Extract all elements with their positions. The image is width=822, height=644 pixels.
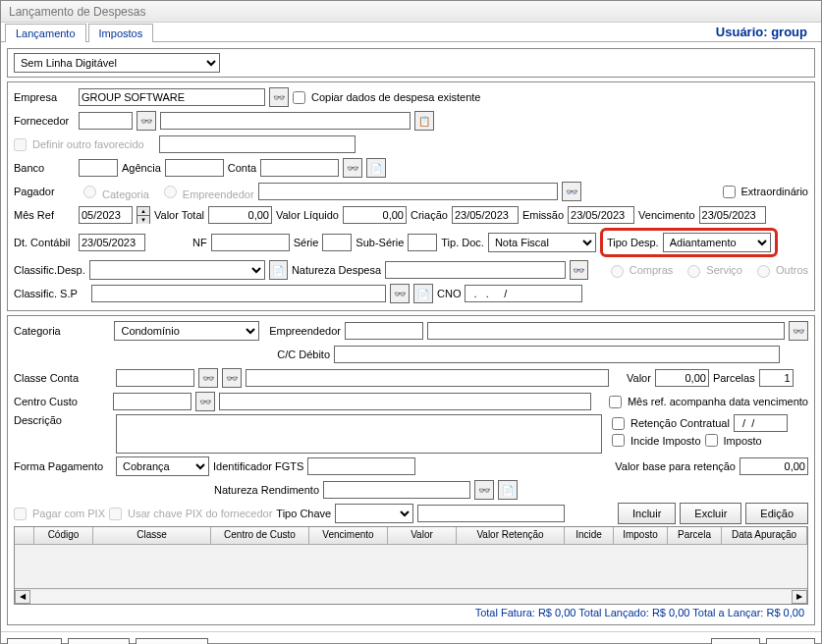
imposto-checkbox[interactable] (705, 434, 718, 447)
pagador-input[interactable] (258, 183, 558, 200)
extraordinario-label: Extraordinário (741, 186, 808, 197)
imposto-chk-label: Imposto (724, 435, 762, 447)
ident-fgts-input[interactable] (307, 457, 415, 475)
natureza-rend-doc-icon[interactable]: 📄 (498, 480, 518, 500)
mesref-venc-checkbox[interactable] (609, 396, 622, 408)
th-parcela[interactable]: Parcela (668, 527, 722, 544)
valor-base-ret-input[interactable] (740, 457, 808, 475)
incluir-button[interactable]: Incluir (618, 503, 676, 524)
empresa-search-icon[interactable]: 👓 (269, 87, 289, 107)
th-valor-retencao[interactable]: Valor Retenção (457, 527, 565, 544)
empreendedor-name-input[interactable] (427, 322, 785, 340)
gravar-button[interactable]: Gravar (68, 638, 131, 644)
tab-lancamento[interactable]: Lançamento (5, 24, 86, 42)
forma-pagto-select[interactable]: Cobrança (116, 456, 209, 476)
th-classe[interactable]: Classe (93, 527, 211, 544)
agencia-input[interactable] (165, 159, 224, 177)
banco-input[interactable] (79, 159, 118, 177)
sair-button[interactable]: Sair (766, 638, 815, 644)
th-valor[interactable]: Valor (388, 527, 457, 544)
th-centro-custo[interactable]: Centro de Custo (211, 527, 309, 544)
chave-pix-input[interactable] (417, 505, 565, 522)
classific-sp-doc-icon[interactable]: 📄 (413, 284, 433, 303)
criacao-input[interactable] (452, 206, 519, 224)
retencao-checkbox[interactable] (612, 417, 625, 430)
fornecedor-detail-icon[interactable]: 📋 (414, 111, 434, 131)
nf-input[interactable] (211, 234, 290, 251)
copiar-dados-checkbox[interactable] (293, 91, 305, 104)
classe-conta-search2-icon[interactable]: 👓 (222, 368, 242, 388)
parcelas-input[interactable] (759, 369, 794, 387)
subserie-input[interactable] (408, 234, 437, 251)
conta-search-icon[interactable]: 👓 (343, 158, 362, 178)
th-incide[interactable]: Incide (565, 527, 614, 544)
empresa-input[interactable] (79, 88, 265, 106)
th-imposto[interactable]: Imposto (614, 527, 668, 544)
incide-imposto-label: Incide Imposto (630, 435, 701, 447)
classific-desp-doc-icon[interactable]: 📄 (269, 260, 288, 280)
retencao-label: Retenção Contratual (630, 417, 730, 429)
excluir-button[interactable]: Excluir (680, 503, 741, 524)
retencao-date-input[interactable] (734, 414, 788, 432)
descricao-textarea[interactable] (116, 414, 602, 454)
natureza-rend-input[interactable] (323, 481, 470, 499)
serie-input[interactable] (322, 234, 352, 251)
details-table[interactable]: Código Classe Centro de Custo Vencimento… (14, 526, 808, 605)
fornecedor-code-input[interactable] (79, 112, 133, 130)
dtcontabil-input[interactable] (79, 234, 145, 251)
th-codigo[interactable]: Código (34, 527, 93, 544)
incide-imposto-checkbox[interactable] (612, 434, 625, 447)
conta-input[interactable] (260, 159, 339, 177)
table-hscroll[interactable]: ◀▶ (15, 588, 807, 604)
categoria-select[interactable]: Condomínio (114, 321, 259, 341)
classific-sp-search-icon[interactable]: 👓 (390, 284, 410, 303)
cc-debito-label: C/C Débito (271, 349, 330, 360)
classe-conta-search-icon[interactable]: 👓 (198, 368, 218, 388)
pagador-empreendedor-radio[interactable]: Empreendedor (159, 183, 254, 200)
th-vencimento[interactable]: Vencimento (309, 527, 388, 544)
vencimento-input[interactable] (699, 206, 766, 224)
novo-button[interactable]: Novo (7, 638, 62, 644)
emissao-input[interactable] (568, 206, 634, 224)
natureza-despesa-search-icon[interactable]: 👓 (570, 260, 588, 280)
edicao-button[interactable]: Edição (745, 503, 808, 524)
mesref-input[interactable] (79, 206, 133, 224)
empreendedor-search-icon[interactable]: 👓 (789, 321, 808, 341)
fornecedor-name-input[interactable] (160, 112, 411, 130)
centro-custo-code-input[interactable] (113, 393, 192, 410)
conta-doc-icon[interactable]: 📄 (366, 158, 386, 178)
centro-custo-name-input[interactable] (219, 393, 591, 410)
extraordinario-checkbox[interactable] (723, 186, 736, 198)
tipodesp-select[interactable]: Adiantamento (663, 233, 771, 252)
classific-sp-input[interactable] (91, 285, 386, 302)
criacao-label: Criação (411, 209, 448, 221)
cc-debito-input[interactable] (334, 346, 780, 363)
centro-custo-search-icon[interactable]: 👓 (195, 392, 215, 411)
natureza-rend-search-icon[interactable]: 👓 (474, 480, 494, 500)
classific-desp-select[interactable] (89, 260, 265, 280)
th-data-apuracao[interactable]: Data Apuração (722, 527, 807, 544)
valor-liquido-input[interactable] (343, 206, 407, 224)
cno-input[interactable] (465, 285, 582, 302)
cno-label: CNO (437, 288, 461, 299)
linha-digitavel-select[interactable]: Sem Linha Digitável (14, 53, 220, 73)
wiki-button[interactable]: Wiki (711, 638, 761, 644)
dtcontabil-label: Dt. Contábil (14, 237, 75, 248)
natureza-rend-label: Natureza Rendimento (214, 484, 319, 496)
mesref-spinner[interactable]: ▲▼ (137, 206, 150, 224)
tipo-chave-select[interactable] (335, 504, 413, 523)
tab-impostos[interactable]: Impostos (88, 24, 154, 42)
pagador-categoria-radio[interactable]: Categoria (79, 183, 149, 200)
natureza-despesa-input[interactable] (385, 261, 566, 279)
empreendedor-code-input[interactable] (345, 322, 423, 340)
classe-conta-name-input[interactable] (246, 369, 609, 387)
valor-liquido-label: Valor Líquido (276, 209, 339, 221)
tipdoc-select[interactable]: Nota Fiscal (488, 233, 596, 252)
pagador-search-icon[interactable]: 👓 (562, 182, 581, 201)
cancelar-button[interactable]: Cancelar (136, 638, 208, 644)
valor-input[interactable] (655, 369, 709, 387)
fornecedor-search-icon[interactable]: 👓 (137, 111, 156, 131)
classe-conta-label: Classe Conta (14, 372, 112, 384)
classe-conta-code-input[interactable] (116, 369, 194, 387)
valor-total-input[interactable] (208, 206, 272, 224)
